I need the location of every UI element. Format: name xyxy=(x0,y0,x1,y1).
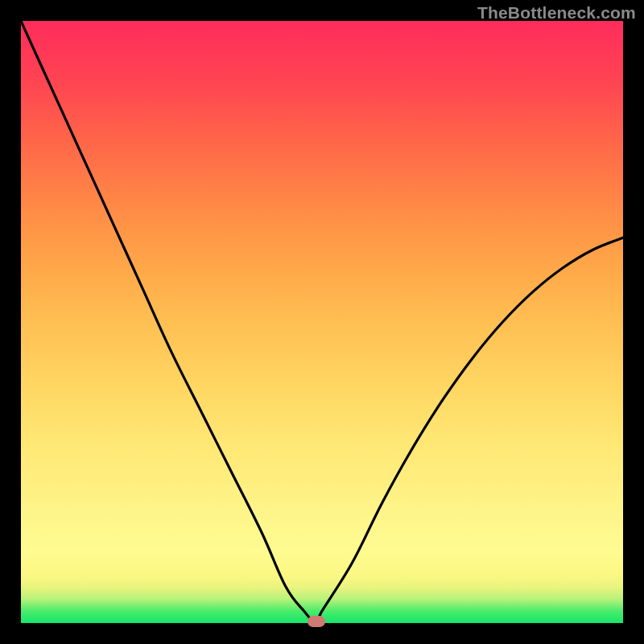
chart-frame: TheBottleneck.com xyxy=(0,0,644,644)
plot-area xyxy=(21,21,623,623)
optimal-marker xyxy=(308,616,325,627)
bottleneck-curve xyxy=(21,21,623,623)
watermark-text: TheBottleneck.com xyxy=(477,3,636,23)
